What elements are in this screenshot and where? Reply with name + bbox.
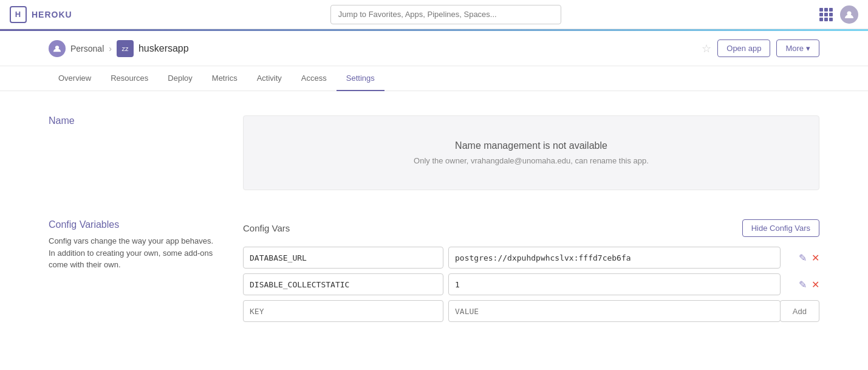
app-header-left: Personal › zz huskersapp [49, 40, 702, 57]
config-key-collectstatic[interactable] [243, 273, 443, 295]
config-actions-collectstatic: ✎ ✕ [785, 279, 819, 290]
top-nav: H HEROKU [0, 0, 868, 29]
open-app-button[interactable]: Open app [717, 39, 770, 57]
name-section: Name Name management is not available On… [49, 115, 819, 190]
chevron-down-icon: ▾ [806, 44, 810, 53]
config-val-collectstatic[interactable] [448, 273, 781, 295]
app-header-right: ☆ Open app More ▾ [702, 39, 819, 57]
config-row-database: ✎ ✕ [243, 247, 819, 269]
config-row-collectstatic: ✎ ✕ [243, 273, 819, 295]
main-content: Name Name management is not available On… [0, 91, 868, 370]
config-vars-label: Config Vars [243, 223, 290, 233]
config-key-new[interactable] [243, 300, 443, 322]
delete-icon-collectstatic[interactable]: ✕ [812, 279, 819, 290]
top-nav-right [819, 5, 858, 24]
delete-icon-database[interactable]: ✕ [812, 252, 819, 264]
name-mgmt-title: Name management is not available [258, 140, 804, 151]
app-name[interactable]: huskersapp [138, 43, 189, 54]
tab-deploy[interactable]: Deploy [158, 66, 202, 91]
config-val-database[interactable] [448, 247, 781, 269]
config-section-desc: Config vars change the way your app beha… [49, 235, 219, 271]
config-row-new: Add [243, 300, 819, 322]
config-section: Config Variables Config vars change the … [49, 219, 819, 327]
heroku-logo[interactable]: H HEROKU [10, 6, 72, 23]
app-icon: zz [117, 40, 134, 57]
tab-access[interactable]: Access [292, 66, 337, 91]
tab-activity[interactable]: Activity [247, 66, 292, 91]
tab-settings[interactable]: Settings [337, 66, 384, 91]
config-val-new[interactable] [448, 300, 781, 322]
config-actions-database: ✎ ✕ [785, 252, 819, 264]
grid-icon[interactable] [819, 8, 833, 21]
name-section-label: Name [49, 115, 219, 190]
search-bar-wrapper [72, 5, 819, 24]
config-key-database[interactable] [243, 247, 443, 269]
search-input[interactable] [330, 5, 561, 24]
user-avatar[interactable] [840, 5, 858, 24]
app-header: Personal › zz huskersapp ☆ Open app More… [0, 31, 868, 66]
personal-label[interactable]: Personal [70, 44, 104, 53]
config-section-title: Config Variables [49, 219, 219, 230]
favorite-star-icon[interactable]: ☆ [702, 42, 711, 55]
nav-tabs: Overview Resources Deploy Metrics Activi… [0, 66, 868, 91]
heroku-logo-box: H [10, 6, 27, 23]
hide-config-vars-button[interactable]: Hide Config Vars [742, 219, 819, 237]
edit-icon-collectstatic[interactable]: ✎ [799, 279, 807, 290]
name-section-content: Name management is not available Only th… [243, 115, 819, 190]
edit-icon-database[interactable]: ✎ [799, 252, 807, 264]
add-config-button[interactable]: Add [780, 300, 819, 322]
tab-overview[interactable]: Overview [49, 66, 101, 91]
name-management-box: Name management is not available Only th… [243, 115, 819, 190]
config-vars-header: Config Vars Hide Config Vars [243, 219, 819, 237]
more-button[interactable]: More ▾ [776, 39, 819, 57]
config-section-label: Config Variables Config vars change the … [49, 219, 219, 327]
name-mgmt-subtitle: Only the owner, vrahangdale@unomaha.edu,… [258, 156, 804, 165]
tab-metrics[interactable]: Metrics [202, 66, 247, 91]
breadcrumb-chevron: › [109, 44, 112, 53]
name-section-title: Name [49, 115, 219, 126]
tab-resources[interactable]: Resources [101, 66, 158, 91]
personal-icon [49, 40, 66, 57]
config-section-content: Config Vars Hide Config Vars ✎ ✕ ✎ ✕ [243, 219, 819, 327]
config-actions-new: Add [785, 300, 819, 322]
